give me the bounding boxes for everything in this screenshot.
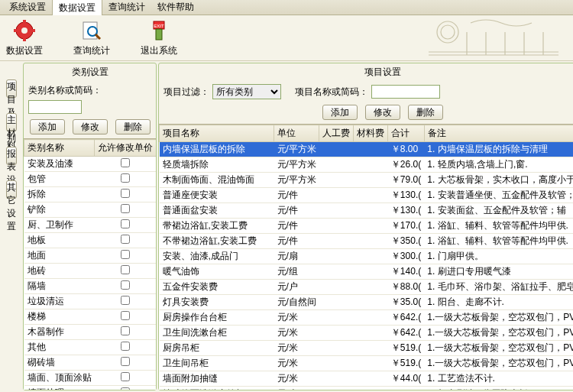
proj-filter-select[interactable]: 所有类别 xyxy=(212,84,281,99)
table-row[interactable]: 五金件安装费元/户￥88.0(1. 毛巾环、浴巾架、浴缸拉手、肥皂 xyxy=(160,280,574,295)
table-row[interactable]: 地砖 xyxy=(24,264,157,279)
table-row[interactable]: 木器制作 xyxy=(24,325,157,340)
table-row[interactable]: 地板 xyxy=(24,233,157,248)
allow-edit-checkbox[interactable] xyxy=(121,204,130,213)
proj-edit-button[interactable]: 修改 xyxy=(365,105,400,120)
table-row[interactable]: 内墙保温层板的拆除元/平方米￥8.001. 内墙保温层板的拆除与清理 xyxy=(160,142,574,157)
allow-edit-checkbox[interactable] xyxy=(121,235,130,244)
table-row[interactable]: 普通面盆安装元/件￥130.(1. 安装面盆、五金配件及软管；辅 xyxy=(160,203,574,219)
cat-name-label: 类别名称或简码： xyxy=(28,84,102,97)
table-row[interactable]: 厨房吊柜元/米￥519.(1.一级大芯板骨架，空芯双包门，PVC收. xyxy=(160,341,574,356)
table-row[interactable]: 厨房操作台台柜元/米￥642.(1.一级大芯板骨架，空芯双包门，PVC收. xyxy=(160,310,574,326)
menu-2[interactable]: 查询统计 xyxy=(102,0,151,15)
cat-edit-button[interactable]: 修改 xyxy=(73,119,108,134)
tool-query-label: 查询统计 xyxy=(73,44,110,57)
cat-name-input[interactable] xyxy=(28,100,82,114)
proj-add-button[interactable]: 添加 xyxy=(322,105,358,120)
category-title: 类别设置 xyxy=(24,63,156,81)
menu-0[interactable]: 系统设置 xyxy=(3,0,52,15)
gear-icon xyxy=(12,18,37,43)
table-row[interactable]: 轻质墙拆除元/平方米￥26.0(1. 轻质内墙,含墙上门,窗. xyxy=(160,157,574,173)
project-panel: 项目设置 项目过滤： 所有类别 项目名称或简码： 添加 修改 删除 项目名称单位… xyxy=(158,63,573,390)
allow-edit-checkbox[interactable] xyxy=(121,219,130,228)
proj-del-button[interactable]: 删除 xyxy=(408,105,443,120)
nav-btn-3[interactable]: 其它设置 xyxy=(6,180,17,199)
nav-btn-1[interactable]: 主材料 xyxy=(6,113,17,131)
magnifier-icon xyxy=(79,18,104,43)
tool-data-label: 数据设置 xyxy=(6,44,43,57)
allow-edit-checkbox[interactable] xyxy=(121,387,130,390)
column-decoration xyxy=(425,17,562,58)
cat-del-button[interactable]: 删除 xyxy=(115,119,151,134)
svg-rect-6 xyxy=(83,22,97,39)
allow-edit-checkbox[interactable] xyxy=(121,326,130,335)
category-panel: 类别设置 类别名称或简码： 添加 修改 删除 类别名称允许修改单价安装及油漆包管… xyxy=(23,63,157,390)
table-row[interactable]: 卫生间吊柜元/米￥519.(1.一级大芯板骨架，空芯双包门，PVC收. xyxy=(160,356,574,371)
table-row[interactable]: 铲除 xyxy=(24,202,157,218)
allow-edit-checkbox[interactable] xyxy=(121,250,130,259)
tool-data[interactable]: 数据设置 xyxy=(6,18,43,57)
nav-btn-2[interactable]: 报表设置 xyxy=(6,147,17,165)
table-row[interactable]: 不带裙边浴缸,安装工费元/件￥350.(1. 浴缸、辅料、软管等配件均甲供. xyxy=(160,234,574,249)
menu-3[interactable]: 软件帮助 xyxy=(151,0,200,15)
menubar: 系统设置数据设置查询统计软件帮助 xyxy=(0,0,573,15)
allow-edit-checkbox[interactable] xyxy=(121,189,130,198)
table-row[interactable]: 暖气油饰元/组￥140.(1. 刷进口专用暖气漆 xyxy=(160,264,574,280)
project-table[interactable]: 项目名称单位人工费材料费合计备注内墙保温层板的拆除元/平方米￥8.001. 内墙… xyxy=(159,125,573,390)
table-row[interactable]: 地面 xyxy=(24,248,157,264)
allow-edit-checkbox[interactable] xyxy=(121,280,130,290)
toolbar: 数据设置 查询统计 EXIT 退出系统 xyxy=(0,15,573,61)
svg-rect-2 xyxy=(23,20,26,24)
table-row[interactable]: 卫生间洗漱台柜元/米￥642.(1.一级大芯板骨架，空芯双包门，PVC收. xyxy=(160,326,574,341)
svg-rect-4 xyxy=(14,29,18,32)
allow-edit-checkbox[interactable] xyxy=(121,342,130,351)
tool-exit-label: 退出系统 xyxy=(141,44,177,57)
table-row[interactable]: 墙面、顶面涂贴 xyxy=(24,371,157,386)
table-row[interactable]: 砌砖墙 xyxy=(24,355,157,371)
category-table[interactable]: 类别名称允许修改单价安装及油漆包管拆除铲除厨、卫制作地板地面地砖隔墙垃圾清运楼梯… xyxy=(24,139,156,390)
exit-icon: EXIT xyxy=(147,18,171,43)
table-row[interactable]: 隔墙 xyxy=(24,279,157,294)
svg-text:EXIT: EXIT xyxy=(154,24,164,28)
allow-edit-checkbox[interactable] xyxy=(121,357,130,366)
tool-exit[interactable]: EXIT 退出系统 xyxy=(141,18,177,57)
proj-name-input[interactable] xyxy=(371,85,440,99)
table-row[interactable]: 带裙边浴缸,安装工费元/件￥170.(1. 浴缸、辅料、软管等配件均甲供. xyxy=(160,219,574,234)
allow-edit-checkbox[interactable] xyxy=(121,265,130,274)
table-row[interactable]: 木制面饰面、混油饰面元/平方米￥79.0(1. 大芯板骨架，实木收口，高度小于 xyxy=(160,173,574,188)
table-row[interactable]: 墙面附加抽缝元/米￥44.0(1. 工艺造法不计. xyxy=(160,371,574,387)
table-row[interactable]: 安装及油漆 xyxy=(24,157,157,172)
allow-edit-checkbox[interactable] xyxy=(121,311,130,320)
svg-rect-5 xyxy=(31,29,35,32)
tool-query[interactable]: 查询统计 xyxy=(73,18,110,57)
cat-add-button[interactable]: 添加 xyxy=(30,119,65,134)
allow-edit-checkbox[interactable] xyxy=(121,372,130,381)
table-row[interactable]: 垃圾清运 xyxy=(24,294,157,309)
svg-rect-3 xyxy=(23,37,26,41)
table-row[interactable]: 安装、油漆,成品门元/扇￥300.(1. 门扇甲供。 xyxy=(160,249,574,264)
table-row[interactable]: 墙砖饰面洗漱台管棚元/米￥616.(1. 柜内刷油,6分厚防火板. xyxy=(160,387,574,390)
svg-point-13 xyxy=(441,25,455,39)
svg-point-12 xyxy=(437,21,458,43)
table-row[interactable]: 灯具安装费元/自然间￥35.0(1. 阳台、走廊不计. xyxy=(160,295,574,310)
allow-edit-checkbox[interactable] xyxy=(121,296,130,305)
table-row[interactable]: 其他 xyxy=(24,340,157,355)
menu-1[interactable]: 数据设置 xyxy=(52,0,102,16)
project-title: 项目设置 xyxy=(159,63,573,81)
allow-edit-checkbox[interactable] xyxy=(121,158,130,167)
table-row[interactable]: 普通座便安装元/件￥130.(1. 安装普通坐便、五金配件及软管； xyxy=(160,188,574,203)
table-row[interactable]: 包管 xyxy=(24,172,157,187)
nav-btn-0[interactable]: 项目及类别 xyxy=(6,79,17,98)
proj-filter-label: 项目过滤： xyxy=(163,86,209,99)
allow-edit-checkbox[interactable] xyxy=(121,173,130,183)
proj-name-label: 项目名称或简码： xyxy=(295,86,368,99)
svg-point-1 xyxy=(21,28,28,34)
left-nav: 项目及类别主材料报表设置其它设置 xyxy=(0,61,23,392)
svg-rect-11 xyxy=(156,29,162,40)
table-row[interactable]: 墙面处理 xyxy=(24,386,157,390)
table-row[interactable]: 拆除 xyxy=(24,187,157,202)
table-row[interactable]: 厨、卫制作 xyxy=(24,218,157,233)
table-row[interactable]: 楼梯 xyxy=(24,309,157,325)
